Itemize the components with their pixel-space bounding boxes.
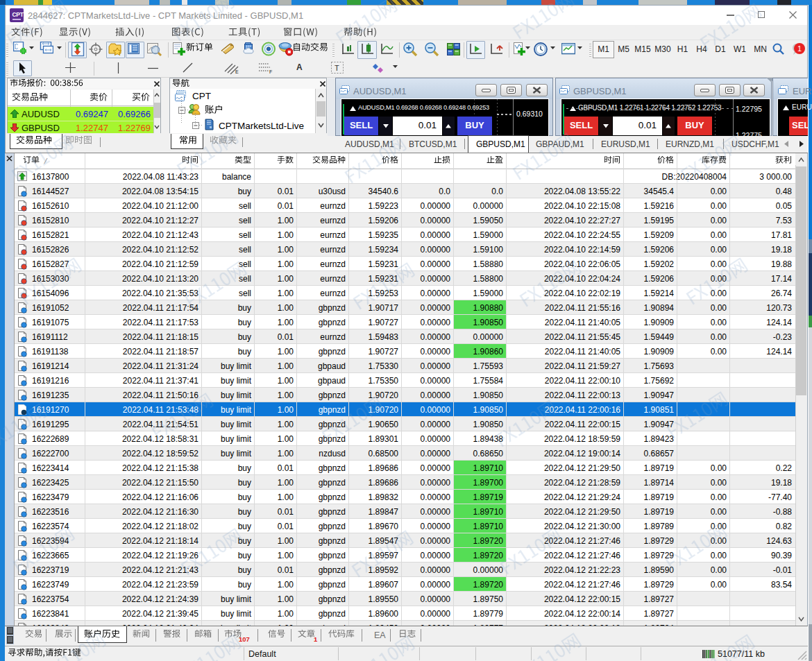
svg-text:T: T [335,64,339,72]
svg-text:E: E [235,69,239,74]
svg-text:1: 1 [797,44,802,53]
svg-text:F: F [269,69,272,74]
